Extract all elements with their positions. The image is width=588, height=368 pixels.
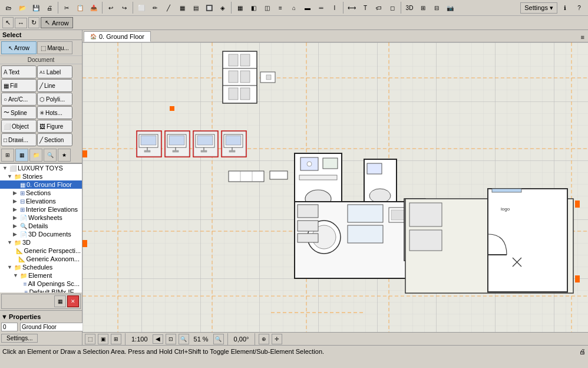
undo-btn[interactable]: ↩ (104, 1, 117, 14)
canvas-tab-ground-floor[interactable]: 🏠 0. Ground Floor (84, 31, 151, 42)
float-panel-icon-btn[interactable]: ▦ (54, 295, 66, 307)
pointer-mode-btn[interactable]: ↖ (2, 17, 14, 28)
prop-settings-btn[interactable]: Settings... (1, 334, 38, 343)
hotspot-tool-icon: ✳ (39, 110, 44, 116)
fill-btn[interactable]: ▦ (176, 1, 189, 14)
panel-icon-4[interactable]: 🔍 (44, 149, 57, 162)
hotspot-tool[interactable]: ✳ Hots... (37, 106, 72, 119)
tree-item-sections[interactable]: ▶ ⊞ Sections (0, 189, 82, 197)
label-tool[interactable]: A1 Label (37, 65, 72, 78)
zoom-out-btn[interactable]: 🔍 (213, 334, 224, 344)
save-btn[interactable]: 💾 (29, 1, 42, 14)
panel-icon-5[interactable]: ★ (58, 149, 71, 162)
elev-btn[interactable]: ⊟ (430, 1, 443, 14)
tree-item-element[interactable]: ▼ 📁 Element (0, 271, 82, 280)
select-btn[interactable]: ⬜ (135, 1, 148, 14)
settings-button[interactable]: Settings ▾ (520, 2, 557, 14)
tree-item-interior-elev[interactable]: ▶ ⊞ Interior Elevations (0, 205, 82, 213)
tree-item-luxury-toys[interactable]: ▼ ⬜ LUXURY TOYS (0, 164, 82, 172)
tree-item-openings[interactable]: ≡ All Openings Sc... (0, 280, 82, 288)
camera-btn[interactable]: 📷 (444, 1, 457, 14)
tree-item-elevations[interactable]: ▶ ⊟ Elevations (0, 197, 82, 205)
door-btn[interactable]: ◧ (247, 1, 260, 14)
cut-btn[interactable]: ✂ (60, 1, 73, 14)
copy-btn[interactable]: 📋 (74, 1, 87, 14)
help-btn[interactable]: ? (573, 1, 586, 14)
zoom-fit-btn[interactable]: ⊡ (166, 334, 176, 344)
status-icon-3[interactable]: ⊞ (111, 334, 121, 344)
wall-btn[interactable]: ▦ (233, 1, 246, 14)
coord-btn[interactable]: ⊕ (259, 334, 269, 344)
text-btn[interactable]: T (359, 1, 372, 14)
arrow-mode-btn[interactable]: ↖ Arrow (41, 17, 73, 28)
axonometric-icon: 📐 (18, 256, 25, 262)
snap-btn[interactable]: ✛ (272, 334, 282, 344)
fill-tool[interactable]: ▦ Fill (1, 79, 37, 92)
tree-item-details[interactable]: ▶ 🔍 Details (0, 222, 82, 230)
zone-btn[interactable]: ◻ (386, 1, 399, 14)
label-btn[interactable]: 🏷 (372, 1, 385, 14)
zoom-in-btn[interactable]: 🔍 (179, 334, 189, 344)
tree-item-worksheets[interactable]: ▶ 📄 Worksheets (0, 213, 82, 222)
grid-svg: x1 x5 x2 x2 (82, 42, 588, 332)
canvas-tab-menu[interactable]: ≡ (579, 32, 587, 42)
print-btn[interactable]: 🖨 (43, 1, 56, 14)
tree-item-schedules[interactable]: ▼ 📁 Schedules (0, 263, 82, 271)
slab-btn[interactable]: ▬ (301, 1, 314, 14)
roof-btn[interactable]: ⌂ (288, 1, 300, 14)
figure-tool[interactable]: 🖼 Figure (37, 120, 72, 133)
arc-tool[interactable]: ○ Arc/C... (1, 93, 37, 106)
drawing-tool[interactable]: □ Drawi... (1, 133, 37, 146)
tree-item-bimx[interactable]: ≡ Default BIMx IE... (0, 288, 82, 293)
marquee-tool-btn[interactable]: ⬚ Marqu... (37, 41, 72, 54)
prev-view-btn[interactable]: ◀ (153, 334, 163, 344)
new-btn[interactable]: 🗁 (2, 1, 15, 14)
column-btn[interactable]: I (328, 1, 341, 14)
svg-rect-1 (82, 42, 588, 332)
window-btn[interactable]: ◫ (260, 1, 273, 14)
tree-item-stories[interactable]: ▼ 📁 Stories (0, 172, 82, 180)
panel-icon-3[interactable]: 📁 (29, 149, 42, 162)
int-elev-icon: ⊞ (20, 206, 25, 213)
tree-item-axonometric[interactable]: 📐 Generic Axonom... (0, 255, 82, 263)
float-panel-close-btn[interactable]: ✕ (67, 295, 79, 307)
document-section-label: Document (0, 55, 82, 64)
tree-item-perspective[interactable]: 📐 Generic Perspecti... (0, 247, 82, 255)
rotate-mode-btn[interactable]: ↻ (28, 17, 39, 28)
3d-btn[interactable]: 3D (403, 1, 416, 14)
beam-btn[interactable]: ═ (315, 1, 328, 14)
spline-tool[interactable]: 〜 Spline (1, 106, 37, 119)
object-tool[interactable]: ⬜ Object (1, 120, 37, 133)
rect-btn[interactable]: 🔲 (203, 1, 216, 14)
pattern-btn[interactable]: ◈ (216, 1, 229, 14)
section-tool[interactable]: ╱ Section (37, 133, 72, 146)
drawing-canvas[interactable]: x1 x5 x2 x2 (82, 42, 588, 332)
tree-view[interactable]: ▼ ⬜ LUXURY TOYS ▼ 📁 Stories ▦ 0. Ground … (0, 163, 82, 293)
tree-item-ground-floor[interactable]: ▦ 0. Ground Floor (0, 180, 82, 189)
paste-btn[interactable]: 📥 (87, 1, 100, 14)
status-icon-2[interactable]: ▣ (98, 334, 108, 344)
redo-btn[interactable]: ↪ (118, 1, 131, 14)
line-tool[interactable]: ╱ Line (37, 79, 72, 92)
svg-text:logo: logo (501, 206, 510, 212)
poly-tool[interactable]: ⬡ Polyli... (37, 93, 72, 106)
tree-item-3d[interactable]: ▼ 📁 3D (0, 238, 82, 247)
draw-btn[interactable]: ✏ (148, 1, 161, 14)
open-btn[interactable]: 📂 (16, 1, 29, 14)
move-mode-btn[interactable]: ↔ (15, 18, 27, 28)
panel-icon-2[interactable]: ▦ (15, 149, 28, 162)
stair-btn[interactable]: ≡ (274, 1, 287, 14)
info-btn[interactable]: ℹ (559, 1, 572, 14)
panel-icon-1[interactable]: ⊞ (1, 149, 14, 162)
text-tool[interactable]: A Text (1, 65, 37, 78)
status-icon-1[interactable]: ⬚ (85, 334, 95, 344)
section-btn[interactable]: ⊞ (417, 1, 430, 14)
info-message: Click an Element or Draw a Selection Are… (2, 348, 579, 355)
hatch-btn[interactable]: ▤ (189, 1, 202, 14)
arrow-tool-btn[interactable]: ↖ Arrow (1, 41, 37, 54)
dim-btn[interactable]: ⟷ (345, 1, 358, 14)
tree-item-3d-docs[interactable]: ▶ 📄 3D Documents (0, 230, 82, 238)
floor-number-input[interactable] (1, 323, 18, 331)
line-btn[interactable]: ╱ (162, 1, 175, 14)
spline-tool-icon: 〜 (4, 109, 9, 117)
